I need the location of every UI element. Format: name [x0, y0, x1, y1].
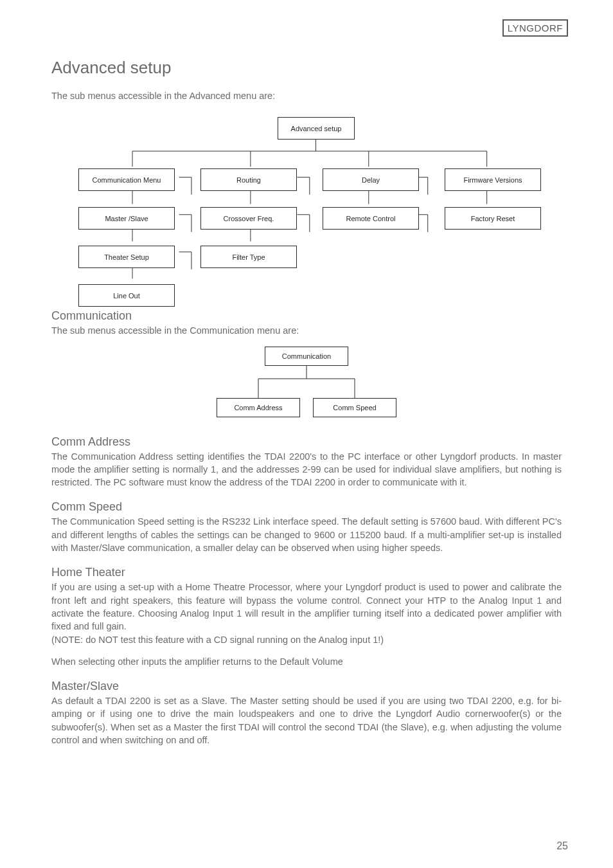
diagram-box: Routing [200, 168, 297, 191]
diagram-box: Filter Type [200, 246, 297, 268]
logo-part2: DORF [535, 23, 564, 33]
home-theater-note: (NOTE: do NOT test this feature with a C… [51, 633, 562, 646]
master-slave-heading: Master/Slave [51, 680, 562, 693]
diagram-box: Line Out [78, 284, 175, 307]
brand-logo: LYNGDORF [502, 19, 568, 37]
diagram-box: Communication Menu [78, 168, 175, 191]
diagram-box: Delay [323, 168, 419, 191]
page-number: 25 [556, 840, 568, 852]
page: LYNGDORF Advanced setup The sub menus ac… [0, 0, 613, 868]
diagram-root-box: Advanced setup [278, 117, 355, 140]
communication-heading: Communication [51, 309, 562, 323]
diagram-box: Master /Slave [78, 207, 175, 230]
diagram-box: Remote Control [323, 207, 419, 230]
page-title: Advanced setup [51, 58, 562, 78]
master-slave-text: As default a TDAI 2200 is set as a Slave… [51, 694, 562, 746]
home-theater-text2: When selecting other inputs the amplifie… [51, 655, 562, 668]
intro-text: The sub menus accessible in the Advanced… [51, 89, 562, 102]
comm-speed-heading: Comm Speed [51, 500, 562, 514]
home-theater-heading: Home Theater [51, 566, 562, 579]
comm-speed-text: The Communication Speed setting is the R… [51, 515, 562, 554]
diagram2-right-box: Comm Speed [313, 398, 396, 417]
comm-address-heading: Comm Address [51, 435, 562, 449]
diagram-box: Firmware Versions [445, 168, 541, 191]
communication-diagram: Communication Comm Address Comm Speed [204, 347, 409, 424]
diagram-box: Crossover Freq. [200, 207, 297, 230]
diagram-box: Factory Reset [445, 207, 541, 230]
diagram2-left-box: Comm Address [217, 398, 300, 417]
comm-address-text: The Communication Address setting identi… [51, 450, 562, 489]
advanced-setup-diagram: Advanced setup Communication Menu Master… [72, 114, 541, 294]
diagram-box: Theater Setup [78, 246, 175, 268]
logo-part1: LYNG [508, 23, 535, 33]
home-theater-text1: If you are using a set-up with a Home Th… [51, 581, 562, 633]
diagram2-root-box: Communication [265, 347, 348, 366]
communication-text: The sub menus accessible in the Communic… [51, 324, 562, 337]
